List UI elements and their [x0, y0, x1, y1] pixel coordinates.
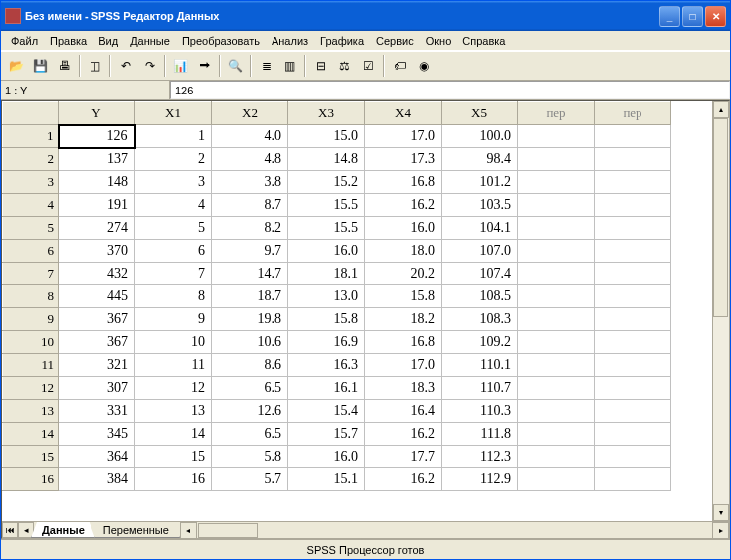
find-icon[interactable]: 🔍 [224, 55, 247, 77]
empty-cell[interactable] [595, 263, 671, 285]
tab-data[interactable]: Данные [31, 522, 95, 538]
empty-cell[interactable] [595, 285, 671, 308]
data-cell[interactable]: 432 [59, 263, 135, 285]
value-labels-icon[interactable]: 🏷 [388, 55, 411, 77]
data-cell[interactable]: 6.5 [212, 423, 288, 446]
row-header[interactable]: 5 [3, 217, 59, 240]
data-cell[interactable]: 8 [135, 285, 212, 308]
data-cell[interactable]: 307 [59, 377, 135, 400]
data-cell[interactable]: 4 [135, 194, 212, 217]
data-cell[interactable]: 7 [135, 263, 212, 285]
minimize-button[interactable]: _ [659, 6, 680, 27]
corner-cell[interactable] [3, 102, 59, 125]
column-header[interactable]: Y [59, 102, 135, 125]
empty-cell[interactable] [518, 171, 595, 194]
horizontal-scroll-thumb[interactable] [198, 523, 258, 538]
data-cell[interactable]: 20.2 [365, 263, 442, 285]
cell-name-box[interactable]: 1 : Y [1, 81, 170, 99]
data-cell[interactable]: 112.3 [442, 446, 518, 468]
empty-cell[interactable] [518, 446, 595, 468]
data-cell[interactable]: 5 [135, 217, 212, 240]
data-cell[interactable]: 17.3 [365, 148, 442, 171]
tab-nav-first[interactable]: ⏮ [2, 522, 18, 538]
row-header[interactable]: 10 [3, 331, 59, 354]
data-cell[interactable]: 148 [59, 171, 135, 194]
tab-nav-prev[interactable]: ◂ [18, 522, 34, 538]
data-cell[interactable]: 9 [135, 308, 212, 331]
insert-variable-icon[interactable]: ▥ [278, 55, 301, 77]
empty-cell[interactable] [595, 171, 671, 194]
column-header[interactable]: X2 [212, 102, 288, 125]
column-header[interactable]: X1 [135, 102, 212, 125]
data-cell[interactable]: 18.2 [365, 308, 442, 331]
menu-Сервис[interactable]: Сервис [370, 33, 420, 49]
data-cell[interactable]: 12 [135, 377, 212, 400]
horizontal-scrollbar[interactable]: ◂ ▸ [180, 522, 729, 538]
data-cell[interactable]: 107.0 [442, 240, 518, 263]
data-cell[interactable]: 321 [59, 354, 135, 377]
empty-cell[interactable] [595, 423, 671, 446]
data-cell[interactable]: 16.8 [365, 171, 442, 194]
data-cell[interactable]: 4.8 [212, 148, 288, 171]
empty-cell[interactable] [518, 400, 595, 423]
empty-cell[interactable] [595, 125, 671, 148]
data-cell[interactable]: 345 [59, 423, 135, 446]
data-cell[interactable]: 16.8 [365, 331, 442, 354]
data-cell[interactable]: 18.0 [365, 240, 442, 263]
scroll-left-button[interactable]: ◂ [180, 522, 197, 539]
data-cell[interactable]: 16.4 [365, 400, 442, 423]
data-cell[interactable]: 15.1 [288, 468, 365, 491]
empty-cell[interactable] [518, 423, 595, 446]
empty-cell[interactable] [595, 400, 671, 423]
data-cell[interactable]: 98.4 [442, 148, 518, 171]
row-header[interactable]: 7 [3, 263, 59, 285]
data-cell[interactable]: 16.2 [365, 194, 442, 217]
data-cell[interactable]: 15.8 [365, 285, 442, 308]
data-cell[interactable]: 16.1 [288, 377, 365, 400]
row-header[interactable]: 8 [3, 285, 59, 308]
row-header[interactable]: 13 [3, 400, 59, 423]
vertical-scrollbar[interactable]: ▴ ▾ [712, 101, 729, 521]
data-cell[interactable]: 16.0 [288, 446, 365, 468]
data-cell[interactable]: 112.9 [442, 468, 518, 491]
empty-cell[interactable] [595, 354, 671, 377]
data-cell[interactable]: 6.5 [212, 377, 288, 400]
scroll-down-button[interactable]: ▾ [713, 504, 729, 521]
empty-cell[interactable] [595, 331, 671, 354]
data-cell[interactable]: 274 [59, 217, 135, 240]
data-cell[interactable]: 10.6 [212, 331, 288, 354]
empty-cell[interactable] [518, 125, 595, 148]
tab-variables[interactable]: Переменные [92, 522, 180, 538]
data-cell[interactable]: 104.1 [442, 217, 518, 240]
menu-Анализ[interactable]: Анализ [266, 33, 314, 49]
data-cell[interactable]: 16 [135, 468, 212, 491]
scroll-right-button[interactable]: ▸ [712, 522, 729, 539]
column-header[interactable]: X5 [442, 102, 518, 125]
use-sets-icon[interactable]: ◉ [412, 55, 435, 77]
data-cell[interactable]: 12.6 [212, 400, 288, 423]
maximize-button[interactable]: □ [682, 6, 703, 27]
data-grid[interactable]: YX1X2X3X4X5перпер 112614.015.017.0100.02… [2, 101, 712, 521]
data-cell[interactable]: 6 [135, 240, 212, 263]
undo-icon[interactable]: ↶ [114, 55, 137, 77]
data-cell[interactable]: 445 [59, 285, 135, 308]
data-cell[interactable]: 17.7 [365, 446, 442, 468]
menu-Файл[interactable]: Файл [5, 33, 44, 49]
menu-Вид[interactable]: Вид [92, 33, 124, 49]
empty-cell[interactable] [518, 354, 595, 377]
data-cell[interactable]: 11 [135, 354, 212, 377]
data-cell[interactable]: 2 [135, 148, 212, 171]
data-cell[interactable]: 17.0 [365, 354, 442, 377]
empty-cell[interactable] [595, 240, 671, 263]
data-cell[interactable]: 14 [135, 423, 212, 446]
data-cell[interactable]: 364 [59, 446, 135, 468]
data-cell[interactable]: 5.8 [212, 446, 288, 468]
data-cell[interactable]: 17.0 [365, 125, 442, 148]
data-cell[interactable]: 8.6 [212, 354, 288, 377]
column-header[interactable]: X3 [288, 102, 365, 125]
empty-cell[interactable] [518, 217, 595, 240]
row-header[interactable]: 1 [3, 125, 59, 148]
data-cell[interactable]: 16.0 [288, 240, 365, 263]
data-cell[interactable]: 370 [59, 240, 135, 263]
data-cell[interactable]: 19.8 [212, 308, 288, 331]
